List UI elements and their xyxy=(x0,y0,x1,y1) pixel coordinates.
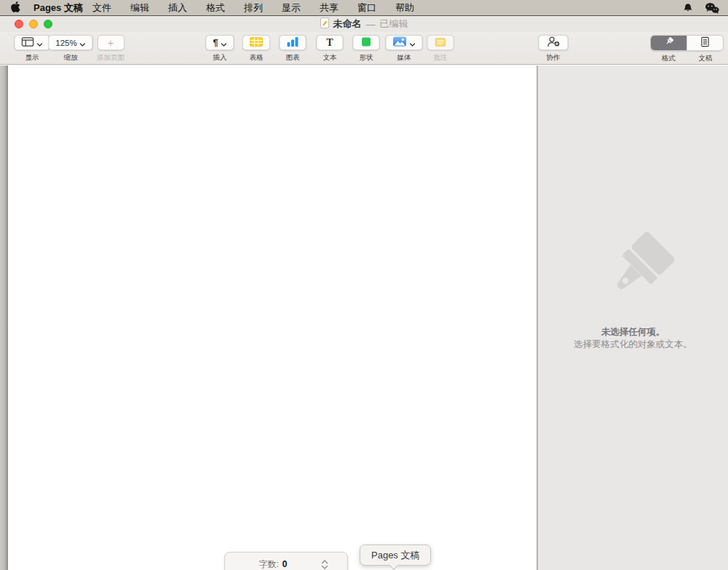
menu-bar: Pages 文稿 文件 编辑 插入 格式 排列 显示 共享 窗口 帮助 xyxy=(0,0,728,16)
zoom-window-button[interactable] xyxy=(44,20,52,28)
view-button[interactable] xyxy=(15,35,50,50)
chart-label: 图表 xyxy=(286,53,300,63)
text-tool: T 文本 xyxy=(317,35,344,63)
document-title: 未命名 xyxy=(333,17,362,31)
close-button[interactable] xyxy=(15,20,23,28)
desktop-edge-strip xyxy=(0,66,8,570)
document-canvas[interactable] xyxy=(8,66,537,570)
menu-item-format[interactable]: 格式 xyxy=(197,1,234,15)
menubar-status-area xyxy=(683,2,719,14)
sticky-note-icon xyxy=(435,36,446,50)
wechat-icon[interactable] xyxy=(705,2,719,14)
format-label: 格式 xyxy=(650,54,687,63)
shape-label: 形状 xyxy=(360,53,373,63)
menu-app-name[interactable]: Pages 文稿 xyxy=(33,1,83,15)
shape-button[interactable] xyxy=(353,35,380,50)
window-panes-icon xyxy=(22,36,34,50)
empty-state-title: 未选择任何项。 xyxy=(538,326,728,339)
menu-item-share[interactable]: 共享 xyxy=(310,1,348,15)
menu-item-arrange[interactable]: 排列 xyxy=(234,1,272,15)
insert-button[interactable]: ¶ xyxy=(205,35,234,50)
title-bar[interactable]: 未命名 — 已编辑 xyxy=(0,16,728,32)
zoom-tool: 125% 缩放 xyxy=(48,35,92,63)
text-button[interactable]: T xyxy=(317,35,344,50)
collaborate-label: 协作 xyxy=(547,53,561,63)
dock-tooltip: Pages 文稿 xyxy=(360,545,431,566)
comment-label: 批注 xyxy=(434,53,448,63)
menu-item-help[interactable]: 帮助 xyxy=(386,1,424,15)
apple-logo-icon xyxy=(10,1,21,15)
chart-button[interactable] xyxy=(280,35,306,50)
edited-status: 已编辑 xyxy=(380,17,408,31)
paintbrush-large-icon xyxy=(590,230,676,316)
collaborate-tool: 协作 xyxy=(539,35,569,63)
window-controls xyxy=(15,20,52,28)
table-icon xyxy=(250,36,263,50)
chevron-down-icon xyxy=(410,36,416,50)
plus-icon: + xyxy=(108,37,114,48)
document-lines-icon xyxy=(700,36,711,50)
apple-menu[interactable] xyxy=(10,1,21,15)
chart-tool: 图表 xyxy=(280,35,306,63)
zoom-label: 缩放 xyxy=(63,53,77,63)
paintbrush-icon xyxy=(663,36,674,50)
format-inspector-panel: 未选择任何项。 选择要格式化的对象或文本。 xyxy=(538,66,728,570)
format-button[interactable] xyxy=(651,36,687,50)
add-person-icon xyxy=(546,36,561,50)
chevron-down-icon xyxy=(221,36,227,50)
bell-icon[interactable] xyxy=(683,2,693,14)
view-tool: 显示 xyxy=(15,35,50,63)
dock-tooltip-label: Pages 文稿 xyxy=(371,549,419,562)
green-square-icon xyxy=(362,36,371,50)
insert-tool: ¶ 插入 xyxy=(205,35,234,63)
table-tool: 表格 xyxy=(242,35,270,63)
window-title: 未命名 — 已编辑 xyxy=(0,17,728,31)
table-button[interactable] xyxy=(242,35,270,50)
inspector-segmented-control: 格式 文稿 xyxy=(650,35,724,63)
empty-state-subtitle: 选择要格式化的对象或文本。 xyxy=(538,339,728,351)
document-proxy-icon[interactable] xyxy=(320,17,329,31)
text-label: 文本 xyxy=(323,53,337,63)
word-count-value: 0 xyxy=(282,559,288,569)
word-count-widget[interactable]: 字数: 0 xyxy=(224,552,348,570)
bar-chart-icon xyxy=(287,36,299,50)
menu-item-window[interactable]: 窗口 xyxy=(348,1,386,15)
shape-tool: 形状 xyxy=(353,35,380,63)
pilcrow-icon: ¶ xyxy=(213,37,218,48)
media-tool: 媒体 xyxy=(386,35,423,63)
add-page-tool: + 添加页面 xyxy=(97,35,124,63)
title-separator: — xyxy=(366,19,376,30)
collaborate-button[interactable] xyxy=(539,35,569,50)
chevron-down-icon xyxy=(80,36,86,50)
zoom-value: 125% xyxy=(55,39,76,47)
insert-label: 插入 xyxy=(213,53,226,63)
comment-button[interactable] xyxy=(427,35,454,50)
zoom-button[interactable]: 125% xyxy=(48,35,92,50)
menu-item-edit[interactable]: 编辑 xyxy=(121,1,159,15)
inspector-empty-state: 未选择任何项。 选择要格式化的对象或文本。 xyxy=(538,230,728,351)
media-label: 媒体 xyxy=(397,53,411,63)
chevron-down-icon xyxy=(37,36,43,50)
table-label: 表格 xyxy=(250,53,264,63)
menu-item-file[interactable]: 文件 xyxy=(83,1,121,15)
menu-item-view[interactable]: 显示 xyxy=(272,1,310,15)
photo-icon xyxy=(393,36,407,50)
view-label: 显示 xyxy=(25,53,39,63)
comment-tool: 批注 xyxy=(427,35,454,63)
document-inspector-label: 文稿 xyxy=(687,54,724,63)
text-T-icon: T xyxy=(326,37,333,49)
document-inspector-button[interactable] xyxy=(687,36,723,50)
add-page-button[interactable]: + xyxy=(98,35,124,50)
add-page-label: 添加页面 xyxy=(97,53,124,63)
minimize-button[interactable] xyxy=(29,20,38,28)
media-button[interactable] xyxy=(386,35,423,50)
menu-item-insert[interactable]: 插入 xyxy=(159,1,197,15)
word-count-label: 字数: xyxy=(258,558,278,570)
toolbar: 显示 125% 缩放 + 添加页面 ¶ 插入 xyxy=(0,32,728,65)
word-count-stepper[interactable] xyxy=(321,559,328,570)
